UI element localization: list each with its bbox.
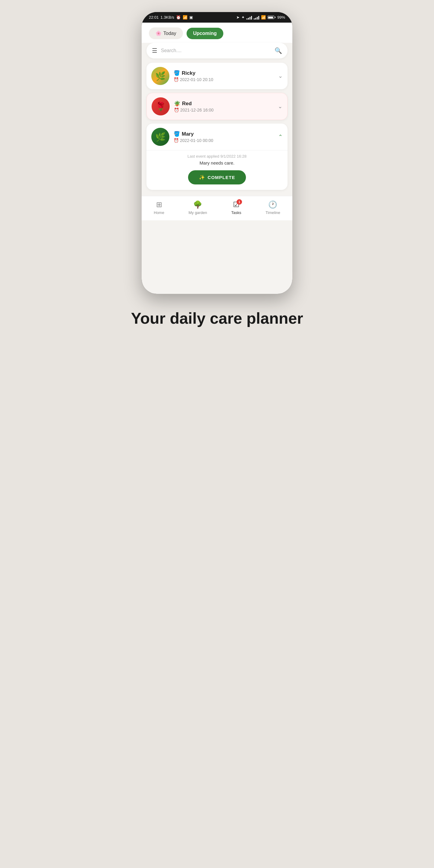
status-time: 22:01 [149,15,159,20]
watering-icon-mary: 🪣 [174,131,180,137]
status-bar: 22:01 1.3KB/s ⏰ 📶 ▣ ➤ ✦ 📶 [142,12,292,23]
avatar-mary: 🌿 [151,128,169,146]
care-message: Mary needs care. [151,160,283,165]
plant-row-mary[interactable]: 🌿 🪣 Mary ⏰ 2022-01-10 00:00 ⌃ [147,124,287,150]
avatar-red: 🌹 [152,97,170,116]
phone-device: 22:01 1.3KB/s ⏰ 📶 ▣ ➤ ✦ 📶 [142,12,292,294]
plant-info-mary: 🪣 Mary ⏰ 2022-01-10 00:00 [174,131,274,143]
status-left: 22:01 1.3KB/s ⏰ 📶 ▣ [149,15,193,20]
nav-home[interactable]: ⊞ Home [154,200,164,215]
plant-card-mary: 🌿 🪣 Mary ⏰ 2022-01-10 00:00 ⌃ [147,124,287,190]
expanded-content-mary: Last event applied 9/1/2022 16:28 Mary n… [147,150,287,190]
status-speed: 1.3KB/s [161,15,175,20]
chevron-down-ricky[interactable]: ⌄ [278,73,283,79]
plant-time-ricky: ⏰ 2022-01-10 20:10 [174,77,274,82]
alarm-icon: ⏰ [176,15,181,20]
menu-icon[interactable]: ☰ [152,47,157,54]
search-input[interactable]: Search.... [161,48,271,53]
complete-button[interactable]: ✨ COMPLETE [188,170,246,184]
nav-timeline[interactable]: 🕐 Timeline [266,200,280,215]
battery-pct: 99% [277,15,285,20]
screen-icon: ▣ [189,15,193,20]
chevron-up-mary[interactable]: ⌃ [278,133,283,140]
plant-card-red: 🌹 🪴 Red ⏰ 2021-12-26 16:00 ⌄ [147,93,287,120]
signal-bars-2 [254,16,259,20]
last-event-label: Last event applied 9/1/2022 16:28 [151,154,283,158]
avatar-ricky: 🌿 [151,67,169,85]
tab-today[interactable]: 🌸 Today [149,27,183,39]
tagline-section: Your daily care planner [122,294,312,334]
bluetooth-icon: ✦ [241,15,245,20]
battery-indicator [268,16,276,19]
garden-icon: 🌳 [193,200,202,209]
plant-name-red: 🪴 Red [174,100,274,107]
plant-card-ricky: 🌿 🪣 Ricky ⏰ 2022-01-10 20:10 ⌄ [147,63,287,89]
status-right: ➤ ✦ 📶 99% [236,15,285,20]
magic-wand-icon: ✨ [199,175,205,180]
nav-tasks[interactable]: ☑ 1 Tasks [231,200,241,215]
tasks-badge: 1 [237,199,242,205]
search-icon[interactable]: 🔍 [275,47,282,54]
chevron-down-red[interactable]: ⌄ [278,103,282,110]
timeline-icon: 🕐 [268,200,277,209]
flower-icon: 🌸 [156,30,161,36]
clock-icon-mary: ⏰ [174,138,179,143]
signal-bars [247,16,252,20]
tab-upcoming[interactable]: Upcoming [187,28,223,39]
bottom-nav: ⊞ Home 🌳 My garden ☑ 1 Tasks 🕐 Timeline [142,196,292,220]
watering-icon-ricky: 🪣 [174,70,180,76]
plant-time-mary: ⏰ 2022-01-10 00:00 [174,138,274,143]
search-bar: ☰ Search.... 🔍 [147,43,287,59]
home-icon: ⊞ [156,200,162,209]
plant-info-ricky: 🪣 Ricky ⏰ 2022-01-10 20:10 [174,70,274,82]
location-icon: ➤ [236,15,240,20]
phone-screen: 🌸 Today Upcoming ☰ Search.... 🔍 🌿 🪣 [142,23,292,294]
clock-icon-ricky: ⏰ [174,77,179,82]
nav-my-garden[interactable]: 🌳 My garden [188,200,207,215]
plant-time-red: ⏰ 2021-12-26 16:00 [174,107,274,113]
plant-info-red: 🪴 Red ⏰ 2021-12-26 16:00 [174,100,274,113]
pot-icon-red: 🪴 [174,100,180,107]
plant-row-red[interactable]: 🌹 🪴 Red ⏰ 2021-12-26 16:00 ⌄ [147,93,287,120]
clock-icon-red: ⏰ [174,107,179,113]
wifi-icon: 📶 [261,15,266,20]
plant-name-mary: 🪣 Mary [174,131,274,137]
tab-bar: 🌸 Today Upcoming [142,23,292,43]
plant-name-ricky: 🪣 Ricky [174,70,274,76]
tagline: Your daily care planner [131,309,303,328]
plant-row-ricky[interactable]: 🌿 🪣 Ricky ⏰ 2022-01-10 20:10 ⌄ [147,63,287,89]
notification-icon: 📶 [183,15,187,20]
plant-list: 🌿 🪣 Ricky ⏰ 2022-01-10 20:10 ⌄ [142,63,292,190]
